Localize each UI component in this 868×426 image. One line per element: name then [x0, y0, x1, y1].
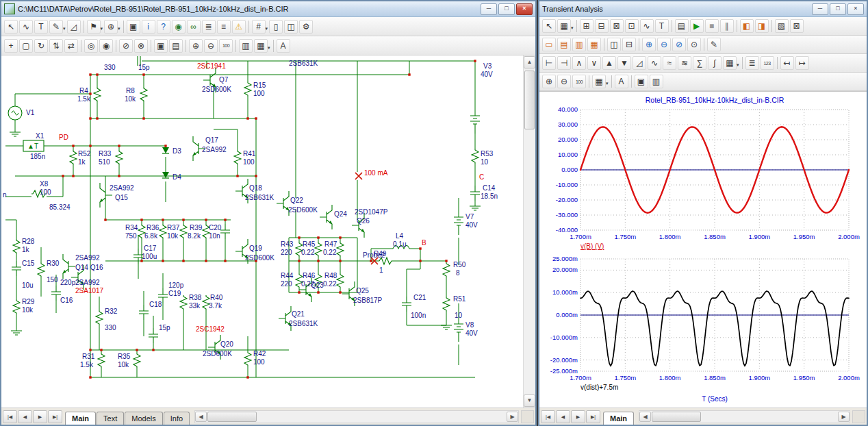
autoscale-icon[interactable]: ⊙ — [687, 38, 701, 51]
grid-text-icon[interactable]: # — [252, 20, 266, 34]
inflection-icon[interactable]: ∿ — [648, 56, 661, 70]
previous-page-button[interactable]: ◀ — [556, 410, 570, 423]
font-icon[interactable]: A — [277, 39, 290, 53]
calculator-icon[interactable]: 123 — [761, 56, 774, 70]
stop-icon[interactable]: ■ — [705, 19, 719, 33]
peak-icon[interactable]: ∧ — [572, 56, 586, 70]
zoom-in-icon[interactable]: ⊕ — [189, 39, 203, 53]
point-tag-icon[interactable]: ∿ — [640, 19, 654, 33]
high-icon[interactable]: ▲ — [602, 56, 616, 70]
pause-icon[interactable]: ∥ — [720, 19, 734, 33]
first-page-button[interactable]: |◀ — [541, 410, 555, 423]
schematic-titlebar[interactable]: C:\MC11\DATA\Petrov\Rotel_RB-951\Rotel_R… — [1, 1, 535, 17]
text-tag-icon[interactable]: T — [655, 19, 669, 33]
bus-icon[interactable]: ≡ — [217, 20, 231, 34]
diagonal-wire-icon[interactable]: ◿ — [67, 20, 81, 34]
dropdown-arrow-icon[interactable]: ▾ — [118, 26, 120, 32]
scale-icon[interactable]: ⊟ — [595, 19, 609, 33]
plot-area[interactable]: Rotel_RB-951_10kHz-10kHz_dist_in-B.CIR40… — [539, 91, 867, 408]
link-icon[interactable]: ∞ — [187, 20, 201, 34]
font-icon[interactable]: A — [615, 75, 628, 88]
cursor-mode-icon[interactable]: ⊡ — [625, 19, 639, 33]
graphics-icon[interactable]: ✎ — [49, 20, 63, 34]
component-icon[interactable]: ⊕ — [104, 20, 118, 34]
run-icon[interactable]: ▶ — [690, 19, 704, 33]
data-points-icon[interactable]: ◧ — [740, 19, 754, 33]
maximize-button[interactable]: □ — [498, 3, 515, 15]
exit-analysis-icon[interactable]: ⊠ — [790, 19, 804, 33]
two-plots-icon[interactable]: ▤ — [557, 38, 571, 51]
three-plots-icon[interactable]: ▥ — [572, 38, 586, 51]
minimize-button[interactable]: ─ — [812, 3, 828, 15]
copy-icon[interactable]: ▣ — [635, 75, 648, 88]
magnify-out-icon[interactable]: ⊖ — [657, 38, 671, 51]
find-repeat-icon[interactable]: ◉ — [99, 39, 113, 53]
maximize-button[interactable]: □ — [830, 3, 846, 15]
global-high-icon[interactable]: ≈ — [663, 56, 676, 70]
warning-icon[interactable]: ⚠ — [232, 20, 246, 34]
camera-icon[interactable]: ▥ — [239, 39, 253, 53]
info-icon[interactable]: i — [142, 20, 155, 34]
grid-menu-icon[interactable]: ▦ — [592, 75, 606, 88]
zoom-in-icon[interactable]: ⊕ — [542, 75, 556, 88]
tab-models[interactable]: Models — [125, 412, 162, 425]
select-icon[interactable]: ↖ — [4, 20, 18, 34]
text-icon[interactable]: T — [34, 20, 48, 34]
four-plots-icon[interactable]: ▦ — [587, 38, 601, 51]
zoom-window-icon[interactable]: ⊞ — [580, 19, 593, 33]
scroll-down-icon[interactable]: ▼ — [524, 394, 535, 407]
tab-main[interactable]: Main — [65, 412, 96, 425]
close-button[interactable]: × — [847, 3, 864, 15]
tile-horizontal-icon[interactable]: ◫ — [607, 38, 621, 51]
select-icon[interactable]: ↖ — [542, 19, 556, 33]
flip-horizontal-icon[interactable]: ⇄ — [64, 39, 78, 53]
low-icon[interactable]: ▼ — [617, 56, 631, 70]
last-page-button[interactable]: ▶| — [586, 410, 600, 423]
scroll-up-icon[interactable]: ▲ — [524, 56, 535, 68]
last-page-button[interactable]: ▶| — [48, 410, 62, 423]
page-icon[interactable]: ▯ — [269, 20, 283, 34]
cursor-left-icon[interactable]: ↤ — [780, 56, 794, 70]
preferences-icon[interactable]: ⚙ — [299, 20, 313, 34]
dropdown-arrow-icon[interactable]: ▾ — [266, 26, 268, 32]
slope-icon[interactable]: ◿ — [633, 56, 646, 70]
minimize-button[interactable]: ─ — [481, 3, 497, 15]
horizontal-scroll-thumb[interactable] — [207, 412, 257, 422]
dropdown-arrow-icon[interactable]: ▾ — [571, 25, 574, 31]
tokens-icon[interactable]: ▧ — [775, 19, 789, 33]
one-plot-icon[interactable]: ▭ — [542, 38, 556, 51]
copy-icon[interactable]: ▣ — [154, 39, 168, 53]
close-button[interactable]: × — [516, 3, 533, 15]
list-icon[interactable]: ≣ — [745, 56, 759, 70]
envelope-icon[interactable]: ∑ — [693, 56, 706, 70]
tab-text[interactable]: Text — [97, 412, 124, 425]
horizontal-scrollbar[interactable]: ◀ ▶ — [639, 410, 850, 423]
scroll-right-icon[interactable]: ▶ — [838, 412, 850, 422]
horizontal-scrollbar[interactable]: ◀ ▶ — [194, 410, 519, 423]
global-low-icon[interactable]: ≋ — [678, 56, 691, 70]
pan-icon[interactable]: + — [4, 39, 18, 53]
annotate-icon[interactable]: ✎ — [707, 38, 721, 51]
split-view-icon[interactable]: ◫ — [284, 20, 298, 34]
tile-vertical-icon[interactable]: ⊟ — [622, 38, 636, 51]
vertical-scroll-thumb[interactable] — [524, 71, 535, 129]
zoom-out-icon[interactable]: ⊖ — [204, 39, 218, 53]
copy-page-icon[interactable]: ▥ — [650, 75, 663, 88]
first-page-button[interactable]: |◀ — [3, 410, 17, 423]
pan-icon[interactable]: ⊠ — [610, 19, 624, 33]
wire-icon[interactable]: ∿ — [19, 20, 33, 34]
browse-icon[interactable]: ◉ — [172, 20, 186, 34]
dropdown-arrow-icon[interactable]: ▾ — [737, 62, 739, 68]
help-icon[interactable]: ? — [157, 20, 170, 34]
vertical-scrollbar[interactable]: ▲ ▼ — [523, 55, 535, 408]
analysis-titlebar[interactable]: Transient Analysis ─ □ × — [539, 1, 867, 17]
next-point-icon[interactable]: ⊢ — [542, 56, 556, 70]
grid-display-icon[interactable]: ▦ — [254, 39, 268, 53]
waveform-menu-icon[interactable]: ▦ — [723, 56, 737, 70]
rotate-icon[interactable]: ↻ — [34, 39, 48, 53]
tab-main[interactable]: Main — [603, 412, 634, 425]
dropdown-arrow-icon[interactable]: ▾ — [268, 45, 270, 51]
flag-icon[interactable]: ⚑ — [87, 20, 101, 34]
cursor-right-icon[interactable]: ↦ — [795, 56, 809, 70]
prev-point-icon[interactable]: ⊣ — [557, 56, 571, 70]
